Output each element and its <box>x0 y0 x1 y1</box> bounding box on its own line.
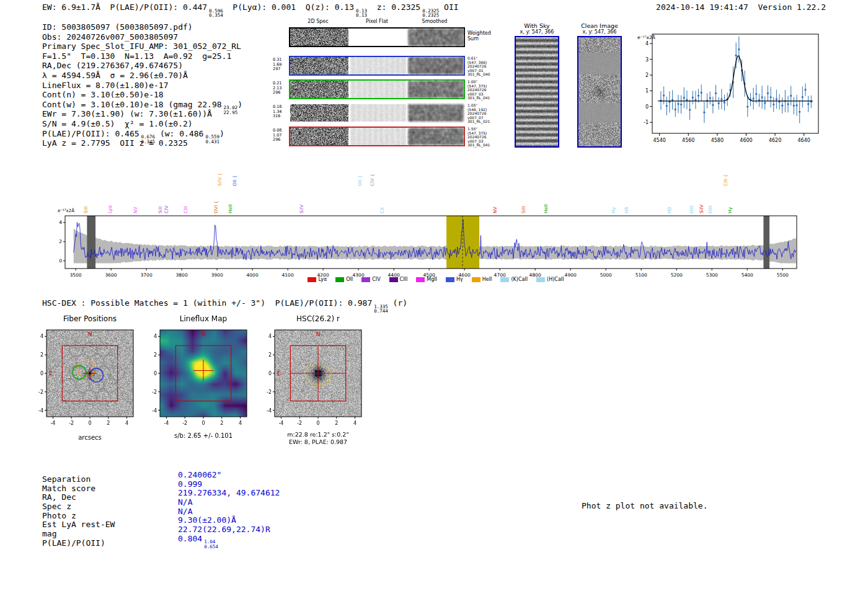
svg-text:0: 0 <box>316 420 319 426</box>
legend-swatch <box>536 277 545 282</box>
svg-text:2: 2 <box>59 239 62 244</box>
svg-text:-2: -2 <box>152 389 157 395</box>
match-table-label: Photo z <box>42 512 178 521</box>
pixel-flat-strip <box>350 57 406 74</box>
hsc-cutout-caption-1: m:22.8 re:1.2" s:0.2" <box>262 431 374 438</box>
stacked-uncertainty: 1.040.654 <box>204 540 218 549</box>
legend-swatch <box>500 277 509 282</box>
legend-item: CIII <box>389 277 408 282</box>
2d-row-meta: 1.55"(547, 375)20240726v007_03301_RL_041 <box>467 127 505 148</box>
panel-overlays: NE <box>49 331 125 404</box>
clean-image-coords: x, y: 547, 366 <box>573 29 626 35</box>
smoothed-strip <box>408 29 464 46</box>
svg-text:3: 3 <box>645 57 649 63</box>
fiber-positions-axes: -4-4-2-2002244NE <box>25 313 155 448</box>
lineflux-map-axes: -4-4-2-2002244N <box>138 313 268 448</box>
svg-text:OIII: OIII <box>689 205 694 213</box>
info-line: λ = 4594.59Å σ = 2.96(±0.70)Å <box>42 71 242 81</box>
svg-text:2: 2 <box>40 352 43 358</box>
svg-text:CIII {: CIII { <box>723 174 728 186</box>
hsc-cutout-panel: HSC(26.2) r -4-4-2-2002244NE m:22.8 re:1… <box>253 313 383 448</box>
info-line: Obs: 20240726v007_5003805097 <box>42 32 242 42</box>
match-table-row: RA, Dec219.276334, 49.674612 <box>42 493 280 502</box>
match-table-label: Separation <box>42 475 178 484</box>
pixel-flat-strip <box>350 81 406 98</box>
svg-text:-2: -2 <box>267 389 272 395</box>
legend-swatch <box>416 277 425 282</box>
svg-text:4: 4 <box>239 420 242 426</box>
svg-text:CIV: CIV <box>164 205 169 213</box>
legend-item: OII <box>335 277 353 282</box>
match-table-label: P(LAE)/P(OII) <box>42 539 178 548</box>
svg-text:SiIV: SiIV <box>699 204 704 213</box>
fiber-positions-panel: Fiber Positions -4-4-2-2002244NE arcsecs <box>25 313 155 448</box>
match-table-row: Separation0.240062" <box>42 475 280 484</box>
legend-swatch <box>446 277 454 282</box>
2d-spec-cutouts: WeightedSum0.311.692970.61"(547, 366)202… <box>289 27 503 151</box>
match-table-label: Est LyA rest-EW <box>42 520 178 530</box>
svg-text:0: 0 <box>88 420 91 426</box>
full-spectrum-plot: 3500360037003800390040004100420043004400… <box>55 167 817 291</box>
svg-text:4620: 4620 <box>769 138 781 143</box>
svg-text:4600: 4600 <box>740 138 752 143</box>
svg-text:2: 2 <box>268 352 272 358</box>
info-line: Cont(w) = 3.10(±0.10)e-18 (gmag 22.9823.… <box>42 100 242 110</box>
match-table-row: Spec zN/A <box>42 502 280 512</box>
clean-image-panel: Clean Image x, y: 547, 366 <box>573 22 626 148</box>
legend-swatch <box>389 277 398 282</box>
svg-text:-4: -4 <box>267 408 272 414</box>
stacked-uncertainty: 0.5960.354 <box>209 9 223 18</box>
spectrum-axes: 3500360037003800390040004100420043004400… <box>58 208 797 278</box>
svg-text:-2: -2 <box>182 420 187 426</box>
match-table-label: RA, Dec <box>42 493 178 502</box>
legend-label: MgII <box>427 277 437 282</box>
svg-text:OVI {: OVI { <box>213 201 219 213</box>
match-table-label: Match score <box>42 484 178 494</box>
svg-text:1: 1 <box>645 88 649 94</box>
legend-item: Lyα <box>308 277 327 282</box>
info-line: Cont(n) = 3.10(±0.50)e-18 <box>42 90 242 100</box>
svg-text:2: 2 <box>335 420 338 426</box>
svg-text:CII: CII <box>379 207 385 213</box>
legend-label: OII <box>346 277 353 282</box>
elixer-report: EW: 6.9±1.7Å P(LAE)/P(OII): 0.4470.5960.… <box>0 0 868 591</box>
svg-text:HeII: HeII <box>228 204 233 213</box>
with-sky-image <box>515 36 559 148</box>
svg-text:4: 4 <box>125 420 128 426</box>
svg-text:4: 4 <box>59 220 62 225</box>
header-summary: EW: 6.9±1.7Å P(LAE)/P(OII): 0.4470.5960.… <box>42 2 459 18</box>
match-table-value: 22.72(22.69,22.74)R <box>178 525 270 535</box>
svg-text:Lyα: Lyα <box>107 205 113 213</box>
spectrum-line-legend: LyαOIICIVCIIIMgIIHγHeII(K)CaII(H)CaII <box>55 277 817 282</box>
stacked-uncertainty: 1.3350.744 <box>374 304 388 314</box>
svg-text:Hβ: Hβ <box>666 207 672 213</box>
svg-text:CIII: CIII <box>183 206 188 213</box>
svg-text:-4: -4 <box>152 408 157 414</box>
svg-text:SiII: SiII <box>83 207 89 213</box>
smoothed-strip <box>408 128 464 145</box>
info-line: F=1.5" T=0.130 N=1.13 A=0.92 g=25.1 <box>42 51 242 61</box>
clean-image <box>577 36 622 148</box>
svg-text:4: 4 <box>268 334 272 339</box>
panel-axes: -4-4-2-2002244 <box>267 330 361 426</box>
2d-row-weights: 0.181.34316 <box>273 105 288 119</box>
panel-axes: -4-4-2-2002244 <box>152 330 247 426</box>
svg-text:0: 0 <box>645 104 649 110</box>
2d-row-meta: 1.00"(547, 375)20240726v007_03301_RL_041 <box>467 80 505 100</box>
svg-text:4640: 4640 <box>798 138 810 143</box>
svg-text:e⁻¹⁷x2Å: e⁻¹⁷x2Å <box>637 35 656 40</box>
stacked-uncertainty: 0.130.13 <box>356 9 367 18</box>
svg-text:0: 0 <box>59 258 62 264</box>
svg-text:2: 2 <box>154 352 157 358</box>
legend-label: CIV <box>372 277 380 282</box>
match-table-value: 0.999 <box>178 480 202 489</box>
info-line: Primary Spec_Slot_IFU_AMP: 301_052_072_R… <box>42 42 242 51</box>
legend-label: Hγ <box>456 277 463 282</box>
svg-text:Hγ: Hγ <box>727 207 733 213</box>
info-line: ID: 5003805097 (5003805097.pdf) <box>42 22 242 32</box>
match-table-value: 219.276334, 49.674612 <box>178 489 280 498</box>
legend-item: MgII <box>416 277 437 282</box>
svg-text:-1: -1 <box>644 120 649 125</box>
svg-text:2: 2 <box>107 420 110 426</box>
match-table-label: mag <box>42 530 178 539</box>
